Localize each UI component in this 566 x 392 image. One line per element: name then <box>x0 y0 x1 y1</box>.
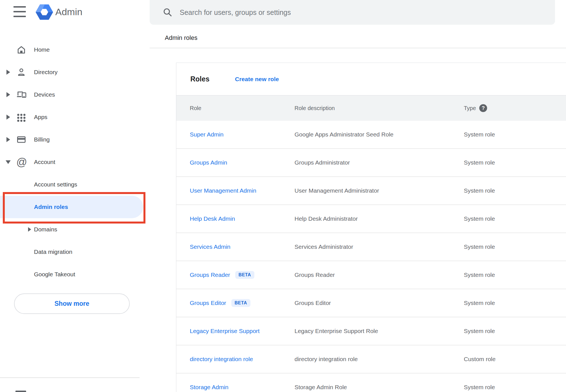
sidebar: Admin Home Directory <box>0 0 149 392</box>
sidebar-item-google-takeout[interactable]: Google Takeout <box>0 263 149 286</box>
show-more-label: Show more <box>54 300 89 307</box>
role-description: Groups Administrator <box>295 149 350 176</box>
role-type: System role <box>464 205 495 233</box>
role-description: Services Administrator <box>295 233 353 261</box>
table-row: directory integration role directory int… <box>176 345 566 373</box>
role-description: Groups Reader <box>295 261 335 289</box>
role-description: Storage Admin Role <box>295 373 347 392</box>
sidebar-item-label: Account settings <box>34 181 77 188</box>
at-sign-icon: @ <box>16 157 26 167</box>
sidebar-item-admin-roles[interactable]: Admin roles <box>0 196 143 218</box>
role-link[interactable]: Groups Reader <box>190 272 230 278</box>
chevron-right-icon <box>28 227 31 232</box>
role-link[interactable]: Groups Editor <box>190 300 226 306</box>
table-row: Legacy Enterprise Support Legacy Enterpr… <box>176 317 566 345</box>
sidebar-item-label: Billing <box>34 136 50 143</box>
search-icon <box>163 8 172 17</box>
role-description: Google Apps Administrator Seed Role <box>295 121 394 148</box>
chevron-right-icon <box>6 137 10 142</box>
roles-card: Roles Create new role Role Role descript… <box>176 63 566 392</box>
role-type: Custom role <box>464 345 496 373</box>
role-link[interactable]: Super Admin <box>190 131 223 138</box>
table-row: User Management Admin User Management Ad… <box>176 177 566 205</box>
role-type: System role <box>464 317 495 345</box>
app-title: Admin <box>55 6 82 18</box>
help-icon[interactable] <box>479 104 487 112</box>
menu-icon[interactable] <box>13 6 26 17</box>
sidebar-item-apps[interactable]: Apps <box>0 106 149 128</box>
role-link[interactable]: Legacy Enterprise Support <box>190 328 260 334</box>
divider <box>150 48 566 48</box>
sidebar-item-domains[interactable]: Domains <box>0 218 149 241</box>
table-row: Super Admin Google Apps Administrator Se… <box>176 121 566 149</box>
table-body: Super Admin Google Apps Administrator Se… <box>176 121 566 392</box>
search-input[interactable] <box>179 8 555 17</box>
column-header-role: Role <box>190 95 201 121</box>
beta-badge: BETA <box>235 271 254 279</box>
role-type: System role <box>464 121 495 148</box>
sidebar-nav: Home Directory Devices <box>0 38 149 286</box>
role-link[interactable]: Services Admin <box>190 243 230 250</box>
role-type: System role <box>464 289 495 317</box>
partial-bottom-icon <box>15 391 26 392</box>
sidebar-item-home[interactable]: Home <box>0 38 149 61</box>
chevron-right-icon <box>6 115 10 120</box>
role-description: Legacy Enterprise Support Role <box>295 317 378 345</box>
sidebar-item-label: Account <box>34 159 55 165</box>
sidebar-item-devices[interactable]: Devices <box>0 83 149 106</box>
table-row: Services Admin Services Administrator Sy… <box>176 233 566 261</box>
sidebar-item-directory[interactable]: Directory <box>0 61 149 83</box>
chevron-right-icon <box>6 70 10 75</box>
table-row: Groups Reader BETA Groups Reader System … <box>176 261 566 289</box>
admin-logo-icon <box>36 3 53 21</box>
sidebar-divider <box>0 377 140 378</box>
devices-icon <box>16 90 26 100</box>
role-link[interactable]: Groups Admin <box>190 159 227 166</box>
chevron-right-icon <box>6 92 10 97</box>
sidebar-item-account[interactable]: @ Account <box>0 151 149 173</box>
table-row: Storage Admin Storage Admin Role System … <box>176 373 566 392</box>
show-more-button[interactable]: Show more <box>14 293 130 314</box>
sidebar-item-label: Apps <box>34 114 47 120</box>
person-icon <box>16 67 26 77</box>
column-header-description: Role description <box>295 95 335 121</box>
role-link[interactable]: Help Desk Admin <box>190 215 235 222</box>
role-link[interactable]: directory integration role <box>190 356 253 363</box>
card-title: Roles <box>190 63 209 95</box>
home-icon <box>16 45 26 55</box>
beta-badge: BETA <box>231 299 250 307</box>
role-type: System role <box>464 233 495 261</box>
create-new-role-link[interactable]: Create new role <box>235 63 279 95</box>
table-header: Role Role description Type <box>176 95 566 121</box>
sidebar-item-account-settings[interactable]: Account settings <box>0 173 149 196</box>
sidebar-item-data-migration[interactable]: Data migration <box>0 241 149 263</box>
card-header: Roles Create new role <box>176 63 566 95</box>
table-row: Groups Admin Groups Administrator System… <box>176 149 566 177</box>
sidebar-item-label: Data migration <box>34 249 72 255</box>
role-type: System role <box>464 177 495 204</box>
role-description: User Management Administrator <box>295 177 379 204</box>
role-description: Groups Editor <box>295 289 331 317</box>
search-bar[interactable] <box>150 0 555 25</box>
sidebar-item-label: Directory <box>34 69 58 76</box>
sidebar-item-label: Google Takeout <box>34 271 75 278</box>
role-link[interactable]: User Management Admin <box>190 187 256 194</box>
column-header-type: Type <box>464 95 487 121</box>
role-description: directory integration role <box>295 345 358 373</box>
role-type: System role <box>464 149 495 176</box>
table-row: Help Desk Admin Help Desk Administrator … <box>176 205 566 233</box>
credit-card-icon <box>16 135 26 145</box>
sidebar-item-label: Devices <box>34 91 55 98</box>
sidebar-item-label: Admin roles <box>34 204 68 210</box>
sidebar-item-label: Home <box>34 46 50 53</box>
role-link[interactable]: Storage Admin <box>190 384 229 391</box>
role-type: System role <box>464 373 495 392</box>
role-description: Help Desk Administrator <box>295 205 358 233</box>
breadcrumb: Admin roles <box>165 34 197 42</box>
table-row: Groups Editor BETA Groups Editor System … <box>176 289 566 317</box>
chevron-down-icon <box>6 160 11 164</box>
role-type: System role <box>464 261 495 289</box>
apps-grid-icon <box>16 112 26 122</box>
sidebar-item-billing[interactable]: Billing <box>0 128 149 151</box>
sidebar-item-label: Domains <box>34 226 57 233</box>
